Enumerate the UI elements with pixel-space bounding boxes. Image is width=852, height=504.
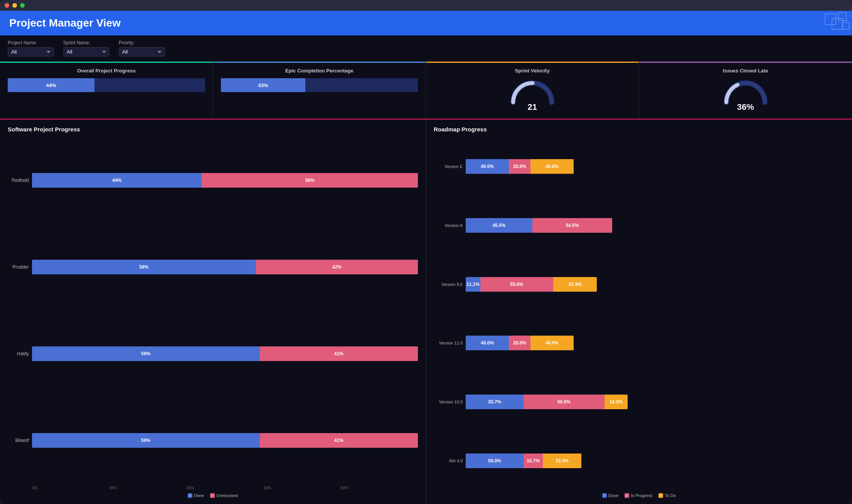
kpi-sprint-velocity: Sprint Velocity 21 <box>426 62 639 119</box>
x-tick-0: 0% <box>32 486 109 490</box>
roadmap-done-icon: ✓ <box>602 493 607 498</box>
version-8-track: 11.1% 55.6% 33.3% <box>466 277 597 292</box>
x-tick-40: 40% <box>186 486 263 490</box>
kpi-epic-title: Epic Completion Percentage <box>221 68 418 74</box>
version-11-done: 40.0% <box>466 336 509 350</box>
legend-unresolved: ✓ Unresolved <box>210 493 238 498</box>
roadmap-inprogress-label: In Progress <box>631 493 652 498</box>
close-button[interactable] <box>5 3 9 8</box>
kpi-velocity-title: Sprint Velocity <box>434 68 631 74</box>
rel-4-label: Rel 4.0 <box>434 459 463 463</box>
bar-row-version-a: Version A 45.5% 54.5% <box>434 218 844 233</box>
project-name-label: Project Name: <box>8 40 54 45</box>
version-e-label: Version E <box>434 164 463 169</box>
version-11-track: 40.0% 20.0% 40.0% <box>466 336 574 350</box>
priority-select[interactable]: All <box>119 47 165 57</box>
kpi-overall-progress: Overall Project Progress 44% <box>0 62 213 119</box>
roadmap-todo-label: To Do <box>665 493 676 498</box>
bar-row-redhold: Redhold 44% 56% <box>8 173 418 188</box>
issues-gauge-svg <box>722 78 769 105</box>
header-title: Project Manager View <box>9 17 843 29</box>
software-progress-panel: Software Project Progress Redhold 44% 56… <box>0 120 426 504</box>
kpi-overall-title: Overall Project Progress <box>8 68 205 74</box>
velocity-gauge: 21 <box>434 78 631 112</box>
redhold-track: 44% 56% <box>32 173 418 188</box>
sprint-name-label: Sprint Name: <box>63 40 109 45</box>
legend-done-icon: ✓ <box>188 493 192 498</box>
rel-4-todo: 33.3% <box>543 454 581 468</box>
roadmap-title: Roadmap Progress <box>434 126 844 133</box>
prodder-label: Prodder <box>8 264 29 270</box>
issues-value: 36% <box>737 102 754 112</box>
roadmap-legend-done: ✓ Done <box>602 493 618 498</box>
maximize-button[interactable] <box>20 3 25 8</box>
software-legend: ✓ Done ✓ Unresolved <box>8 493 418 498</box>
kpi-epic-completion: Epic Completion Percentage 43% <box>213 62 426 119</box>
bar-row-rel-4: Rel 4.0 50.0% 16.7% 33.3% <box>434 454 844 468</box>
roadmap-legend-todo: ✓ To Do <box>658 493 676 498</box>
project-name-select[interactable]: All <box>8 47 54 57</box>
roadmap-done-label: Done <box>608 493 618 498</box>
bar-row-version-11: Version 11.0 40.0% 20.0% 40.0% <box>434 336 844 350</box>
bar-row-version-10: Version 10.0 35.7% 50.0% 14.3% <box>434 395 844 409</box>
redhold-unresolved: 56% <box>202 173 418 188</box>
bar-row-version-8: Version 8.0 11.1% 55.6% 33.3% <box>434 277 844 292</box>
x-tick-80: 80% <box>341 486 418 490</box>
svg-rect-0 <box>825 14 836 25</box>
version-8-label: Version 8.0 <box>434 282 463 287</box>
header: Project Manager View <box>0 11 852 35</box>
kpi-issues-title: Issues Closed Late <box>647 68 845 74</box>
minimize-button[interactable] <box>12 3 17 8</box>
sprint-name-select[interactable]: All <box>63 47 109 57</box>
svg-rect-3 <box>842 22 849 29</box>
overall-progress-track: 44% <box>8 78 205 92</box>
software-bar-chart: Redhold 44% 56% Prodder 58% 42% <box>8 137 418 484</box>
version-10-inprogress: 50.0% <box>524 395 604 409</box>
roadmap-progress-panel: Roadmap Progress Version E 40.0% 20.0% 4… <box>426 120 852 504</box>
version-e-done: 40.0% <box>466 159 509 174</box>
project-name-filter: Project Name: All <box>8 40 54 57</box>
roadmap-todo-icon: ✓ <box>658 493 663 498</box>
redhold-label: Redhold <box>8 178 29 183</box>
app-content: Project Manager View Project Name: All S… <box>0 11 852 504</box>
bar-row-hatity: Hatity 59% 41% <box>8 346 418 361</box>
issues-gauge: 36% <box>647 78 845 112</box>
bitwolf-unresolved: 41% <box>260 433 418 448</box>
version-11-label: Version 11.0 <box>434 341 463 345</box>
bitwolf-track: 59% 41% <box>32 433 418 448</box>
priority-label: Priority: <box>119 40 165 45</box>
kpi-issues-closed: Issues Closed Late 36% <box>639 62 852 119</box>
legend-unresolved-icon: ✓ <box>210 493 215 498</box>
legend-unresolved-label: Unresolved <box>216 493 238 498</box>
version-8-todo: 33.3% <box>553 277 597 292</box>
sprint-name-filter: Sprint Name: All <box>63 40 109 57</box>
velocity-gauge-svg <box>509 78 556 105</box>
rel-4-inprogress: 16.7% <box>524 454 543 468</box>
filters-bar: Project Name: All Sprint Name: All Prior… <box>0 35 852 61</box>
hatity-unresolved: 41% <box>260 346 418 361</box>
redhold-done: 44% <box>32 173 202 188</box>
priority-filter: Priority: All <box>119 40 165 57</box>
hatity-track: 59% 41% <box>32 346 418 361</box>
overall-progress-fill: 44% <box>8 78 94 92</box>
version-10-done: 35.7% <box>466 395 524 409</box>
roadmap-legend: ✓ Done ✓ In Progress ✓ To Do <box>434 493 844 498</box>
epic-progress-track: 43% <box>221 78 418 92</box>
charts-row: Software Project Progress Redhold 44% 56… <box>0 119 852 504</box>
version-8-done: 11.1% <box>466 277 480 292</box>
bar-row-prodder: Prodder 58% 42% <box>8 260 418 274</box>
software-x-axis: 0% 20% 40% 60% 80% <box>32 486 418 490</box>
prodder-done: 58% <box>32 260 256 274</box>
rel-4-done: 50.0% <box>466 454 524 468</box>
version-10-todo: 14.3% <box>604 395 628 409</box>
hatity-done: 59% <box>32 346 260 361</box>
epic-progress-fill: 43% <box>221 78 306 92</box>
window: Project Manager View Project Name: All S… <box>0 0 852 504</box>
roadmap-bar-chart: Version E 40.0% 20.0% 40.0% Version A 45… <box>434 137 844 490</box>
roadmap-inprogress-icon: ✓ <box>625 493 629 498</box>
epic-progress-label: 43% <box>258 82 268 88</box>
version-8-inprogress: 55.6% <box>480 277 553 292</box>
bar-row-bitwolf: Bitwolf 59% 41% <box>8 433 418 448</box>
version-e-todo: 40.0% <box>530 159 574 174</box>
legend-done: ✓ Done <box>188 493 204 498</box>
